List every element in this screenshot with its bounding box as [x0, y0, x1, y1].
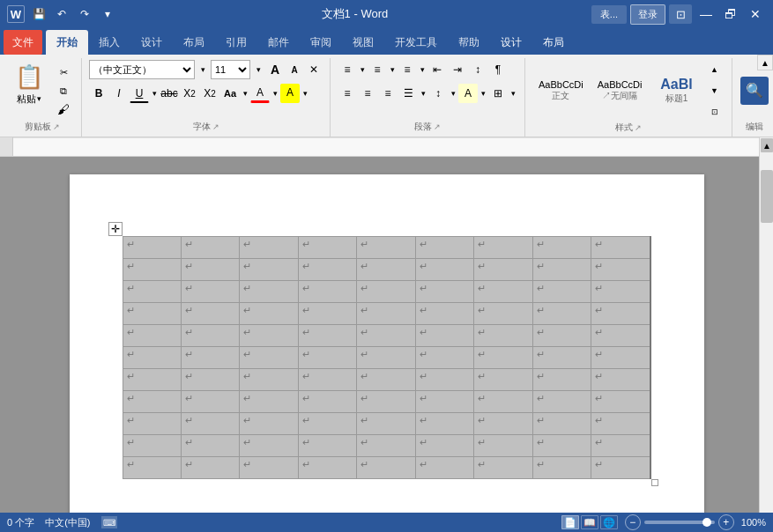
font-name-select[interactable]: （中文正文） — [89, 60, 195, 79]
zoom-out-button[interactable]: − — [625, 514, 641, 530]
table-cell[interactable]: ↵ — [474, 303, 532, 325]
table-tab-button[interactable]: 表... — [591, 5, 627, 24]
zoom-in-button[interactable]: + — [718, 514, 734, 530]
align-dropdown[interactable]: ▾ — [419, 84, 427, 103]
table-cell[interactable]: ↵ — [474, 457, 532, 479]
table-cell[interactable]: ↵ — [591, 325, 650, 347]
table-cell[interactable]: ↵ — [591, 391, 650, 413]
table-cell[interactable]: ↵ — [357, 259, 415, 281]
styles-scroll-up-button[interactable]: ▲ — [705, 60, 725, 79]
table-cell[interactable]: ↵ — [123, 413, 181, 435]
table-cell[interactable]: ↵ — [123, 325, 181, 347]
tab-developer[interactable]: 开发工具 — [384, 30, 448, 55]
format-painter-button[interactable]: 🖌 — [51, 100, 76, 118]
read-view-button[interactable]: 📖 — [581, 515, 598, 529]
table-cell[interactable]: ↵ — [591, 259, 650, 281]
table-cell[interactable]: ↵ — [357, 413, 415, 435]
font-shrink-button[interactable]: A — [286, 61, 303, 78]
table-cell[interactable]: ↵ — [357, 325, 415, 347]
font-size-dropdown-icon[interactable]: ▾ — [252, 61, 264, 78]
table-cell[interactable]: ↵ — [357, 391, 415, 413]
tab-references[interactable]: 引用 — [215, 30, 257, 55]
shading-dropdown[interactable]: ▾ — [479, 84, 487, 103]
strikethrough-button[interactable]: abc — [160, 84, 179, 103]
table-cell[interactable]: ↵ — [123, 369, 181, 391]
copy-button[interactable]: ⧉ — [51, 82, 76, 100]
line-spacing-dropdown[interactable]: ▾ — [449, 84, 457, 103]
print-layout-view-button[interactable]: 📄 — [561, 515, 579, 529]
table-cell[interactable]: ↵ — [181, 347, 239, 369]
table-cell[interactable]: ↵ — [474, 413, 532, 435]
paragraph-expand-icon[interactable]: ↗ — [434, 122, 441, 131]
redo-button[interactable]: ↷ — [74, 4, 95, 25]
login-button[interactable]: 登录 — [630, 4, 665, 25]
table-cell[interactable]: ↵ — [181, 303, 239, 325]
tab-view[interactable]: 视图 — [342, 30, 384, 55]
web-view-button[interactable]: 🌐 — [600, 515, 618, 529]
table-cell[interactable]: ↵ — [181, 369, 239, 391]
table-cell[interactable]: ↵ — [240, 237, 298, 259]
table-cell[interactable]: ↵ — [181, 281, 239, 303]
paste-button[interactable]: 📋 粘贴 ▾ — [9, 60, 49, 108]
text-color-dropdown[interactable]: ▾ — [271, 84, 279, 103]
table-cell[interactable]: ↵ — [415, 457, 473, 479]
style-normal-button[interactable]: AaBbCcDi 正文 — [532, 77, 590, 105]
tab-design[interactable]: 设计 — [130, 30, 173, 55]
table-cell[interactable]: ↵ — [532, 237, 591, 259]
table-cell[interactable]: ↵ — [298, 413, 356, 435]
table-cell[interactable]: ↵ — [298, 391, 356, 413]
table-cell[interactable]: ↵ — [181, 457, 239, 479]
align-right-button[interactable]: ≡ — [378, 84, 398, 103]
table-cell[interactable]: ↵ — [591, 435, 650, 457]
bullets-button[interactable]: ≡ — [338, 60, 357, 79]
table-cell[interactable]: ↵ — [123, 391, 181, 413]
borders-dropdown[interactable]: ▾ — [509, 84, 517, 103]
table-cell[interactable]: ↵ — [181, 435, 239, 457]
table-cell[interactable]: ↵ — [298, 237, 356, 259]
scroll-thumb[interactable] — [761, 170, 773, 223]
table-cell[interactable]: ↵ — [591, 369, 650, 391]
table-cell[interactable]: ↵ — [240, 435, 298, 457]
bold-button[interactable]: B — [89, 84, 108, 103]
table-cell[interactable]: ↵ — [532, 281, 591, 303]
styles-expand-button[interactable]: ⊡ — [705, 102, 725, 122]
tab-design2[interactable]: 设计 — [490, 30, 532, 55]
shading-button[interactable]: A — [458, 84, 478, 103]
font-grow-button[interactable]: A — [266, 61, 284, 78]
table-cell[interactable]: ↵ — [474, 347, 532, 369]
table-cell[interactable]: ↵ — [123, 303, 181, 325]
table-cell[interactable]: ↵ — [123, 281, 181, 303]
paste-dropdown-icon[interactable]: ▾ — [37, 94, 41, 103]
zoom-slider[interactable] — [644, 521, 715, 524]
line-spacing-button[interactable]: ↕ — [428, 84, 448, 103]
styles-expand-icon[interactable]: ↗ — [635, 123, 642, 132]
tab-review[interactable]: 审阅 — [300, 30, 342, 55]
highlight-dropdown[interactable]: ▾ — [301, 84, 309, 103]
table-cell[interactable]: ↵ — [123, 457, 181, 479]
table-cell[interactable]: ↵ — [532, 369, 591, 391]
search-button[interactable]: 🔍 — [740, 77, 769, 105]
table-cell[interactable]: ↵ — [240, 325, 298, 347]
table-cell[interactable]: ↵ — [415, 259, 473, 281]
table-cell[interactable]: ↵ — [240, 457, 298, 479]
sort-button[interactable]: ↕ — [468, 60, 487, 79]
window-frame-button[interactable]: ⊡ — [669, 4, 692, 24]
cut-button[interactable]: ✂ — [51, 63, 76, 81]
table-cell[interactable]: ↵ — [591, 347, 650, 369]
table-cell[interactable]: ↵ — [532, 435, 591, 457]
table-cell[interactable]: ↵ — [591, 303, 650, 325]
restore-button[interactable]: 🗗 — [720, 4, 741, 25]
customize-quick-access-button[interactable]: ▾ — [97, 4, 118, 25]
font-name-dropdown-icon[interactable]: ▾ — [197, 61, 209, 78]
superscript-button[interactable]: X2 — [200, 84, 219, 103]
table-cell[interactable]: ↵ — [240, 281, 298, 303]
multilevel-dropdown[interactable]: ▾ — [418, 60, 427, 79]
style-h1-button[interactable]: AaBl 标题1 — [650, 74, 703, 107]
table-cell[interactable]: ↵ — [474, 281, 532, 303]
tab-layout[interactable]: 布局 — [173, 30, 215, 55]
tab-layout2[interactable]: 布局 — [532, 30, 575, 55]
table-cell[interactable]: ↵ — [298, 325, 356, 347]
styles-scroll-down-button[interactable]: ▼ — [705, 81, 725, 100]
align-left-button[interactable]: ≡ — [338, 84, 357, 103]
table-cell[interactable]: ↵ — [357, 435, 415, 457]
